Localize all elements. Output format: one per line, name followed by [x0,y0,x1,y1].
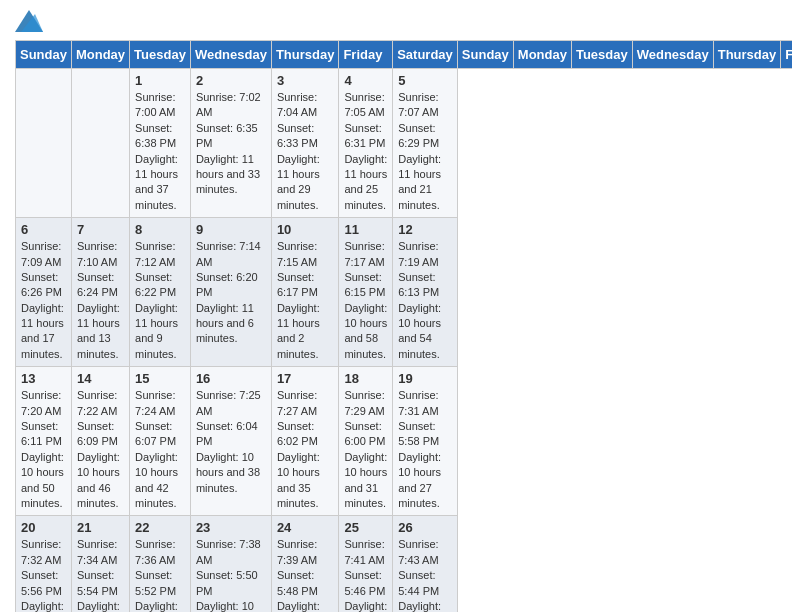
day-content: Sunrise: 7:14 AM Sunset: 6:20 PM Dayligh… [196,239,266,347]
day-content: Sunrise: 7:07 AM Sunset: 6:29 PM Dayligh… [398,90,452,213]
header-day-wednesday: Wednesday [190,41,271,69]
header-day-saturday: Saturday [393,41,458,69]
day-number: 15 [135,371,185,386]
day-content: Sunrise: 7:32 AM Sunset: 5:56 PM Dayligh… [21,537,66,612]
day-number: 14 [77,371,124,386]
day-number: 17 [277,371,334,386]
calendar-week-row: 1Sunrise: 7:00 AM Sunset: 6:38 PM Daylig… [16,69,793,218]
page-header [15,10,777,32]
calendar-cell: 9Sunrise: 7:14 AM Sunset: 6:20 PM Daylig… [190,218,271,367]
day-content: Sunrise: 7:04 AM Sunset: 6:33 PM Dayligh… [277,90,334,213]
header-day-monday: Monday [71,41,129,69]
header-thursday: Thursday [713,41,781,69]
calendar-cell: 26Sunrise: 7:43 AM Sunset: 5:44 PM Dayli… [393,516,458,612]
header-sunday: Sunday [457,41,513,69]
day-content: Sunrise: 7:20 AM Sunset: 6:11 PM Dayligh… [21,388,66,511]
day-content: Sunrise: 7:02 AM Sunset: 6:35 PM Dayligh… [196,90,266,198]
day-content: Sunrise: 7:29 AM Sunset: 6:00 PM Dayligh… [344,388,387,511]
day-number: 23 [196,520,266,535]
calendar-cell: 15Sunrise: 7:24 AM Sunset: 6:07 PM Dayli… [130,367,191,516]
day-content: Sunrise: 7:05 AM Sunset: 6:31 PM Dayligh… [344,90,387,213]
header-friday: Friday [781,41,792,69]
day-number: 12 [398,222,452,237]
day-content: Sunrise: 7:09 AM Sunset: 6:26 PM Dayligh… [21,239,66,362]
day-number: 16 [196,371,266,386]
header-monday: Monday [513,41,571,69]
calendar-cell: 1Sunrise: 7:00 AM Sunset: 6:38 PM Daylig… [130,69,191,218]
calendar-cell: 22Sunrise: 7:36 AM Sunset: 5:52 PM Dayli… [130,516,191,612]
day-number: 1 [135,73,185,88]
day-content: Sunrise: 7:39 AM Sunset: 5:48 PM Dayligh… [277,537,334,612]
calendar-cell [71,69,129,218]
calendar-cell: 16Sunrise: 7:25 AM Sunset: 6:04 PM Dayli… [190,367,271,516]
calendar-header-row: SundayMondayTuesdayWednesdayThursdayFrid… [16,41,793,69]
day-number: 22 [135,520,185,535]
day-number: 24 [277,520,334,535]
calendar-cell: 13Sunrise: 7:20 AM Sunset: 6:11 PM Dayli… [16,367,72,516]
day-content: Sunrise: 7:43 AM Sunset: 5:44 PM Dayligh… [398,537,452,612]
day-content: Sunrise: 7:24 AM Sunset: 6:07 PM Dayligh… [135,388,185,511]
header-tuesday: Tuesday [571,41,632,69]
day-content: Sunrise: 7:10 AM Sunset: 6:24 PM Dayligh… [77,239,124,362]
day-number: 10 [277,222,334,237]
calendar-cell: 19Sunrise: 7:31 AM Sunset: 5:58 PM Dayli… [393,367,458,516]
calendar-cell: 8Sunrise: 7:12 AM Sunset: 6:22 PM Daylig… [130,218,191,367]
calendar-cell: 20Sunrise: 7:32 AM Sunset: 5:56 PM Dayli… [16,516,72,612]
calendar-table: SundayMondayTuesdayWednesdayThursdayFrid… [15,40,792,612]
calendar-week-row: 6Sunrise: 7:09 AM Sunset: 6:26 PM Daylig… [16,218,793,367]
day-content: Sunrise: 7:00 AM Sunset: 6:38 PM Dayligh… [135,90,185,213]
header-day-tuesday: Tuesday [130,41,191,69]
calendar-cell: 25Sunrise: 7:41 AM Sunset: 5:46 PM Dayli… [339,516,393,612]
day-content: Sunrise: 7:41 AM Sunset: 5:46 PM Dayligh… [344,537,387,612]
calendar-cell: 10Sunrise: 7:15 AM Sunset: 6:17 PM Dayli… [271,218,339,367]
calendar-cell: 2Sunrise: 7:02 AM Sunset: 6:35 PM Daylig… [190,69,271,218]
day-content: Sunrise: 7:36 AM Sunset: 5:52 PM Dayligh… [135,537,185,612]
day-number: 19 [398,371,452,386]
header-day-sunday: Sunday [16,41,72,69]
calendar-cell: 18Sunrise: 7:29 AM Sunset: 6:00 PM Dayli… [339,367,393,516]
calendar-cell: 4Sunrise: 7:05 AM Sunset: 6:31 PM Daylig… [339,69,393,218]
calendar-cell: 14Sunrise: 7:22 AM Sunset: 6:09 PM Dayli… [71,367,129,516]
day-number: 7 [77,222,124,237]
calendar-cell: 17Sunrise: 7:27 AM Sunset: 6:02 PM Dayli… [271,367,339,516]
day-content: Sunrise: 7:15 AM Sunset: 6:17 PM Dayligh… [277,239,334,362]
calendar-week-row: 13Sunrise: 7:20 AM Sunset: 6:11 PM Dayli… [16,367,793,516]
day-number: 6 [21,222,66,237]
logo-icon [15,10,43,32]
day-content: Sunrise: 7:19 AM Sunset: 6:13 PM Dayligh… [398,239,452,362]
day-number: 3 [277,73,334,88]
logo [15,10,47,32]
day-number: 20 [21,520,66,535]
day-content: Sunrise: 7:31 AM Sunset: 5:58 PM Dayligh… [398,388,452,511]
day-number: 8 [135,222,185,237]
day-content: Sunrise: 7:22 AM Sunset: 6:09 PM Dayligh… [77,388,124,511]
day-content: Sunrise: 7:34 AM Sunset: 5:54 PM Dayligh… [77,537,124,612]
calendar-cell [16,69,72,218]
day-number: 11 [344,222,387,237]
calendar-cell: 12Sunrise: 7:19 AM Sunset: 6:13 PM Dayli… [393,218,458,367]
calendar-cell: 3Sunrise: 7:04 AM Sunset: 6:33 PM Daylig… [271,69,339,218]
day-number: 9 [196,222,266,237]
day-number: 26 [398,520,452,535]
header-wednesday: Wednesday [632,41,713,69]
header-day-friday: Friday [339,41,393,69]
day-content: Sunrise: 7:27 AM Sunset: 6:02 PM Dayligh… [277,388,334,511]
calendar-cell: 6Sunrise: 7:09 AM Sunset: 6:26 PM Daylig… [16,218,72,367]
calendar-cell: 11Sunrise: 7:17 AM Sunset: 6:15 PM Dayli… [339,218,393,367]
calendar-cell: 23Sunrise: 7:38 AM Sunset: 5:50 PM Dayli… [190,516,271,612]
calendar-cell: 5Sunrise: 7:07 AM Sunset: 6:29 PM Daylig… [393,69,458,218]
day-number: 2 [196,73,266,88]
calendar-cell: 24Sunrise: 7:39 AM Sunset: 5:48 PM Dayli… [271,516,339,612]
calendar-cell: 21Sunrise: 7:34 AM Sunset: 5:54 PM Dayli… [71,516,129,612]
day-number: 4 [344,73,387,88]
day-number: 21 [77,520,124,535]
day-content: Sunrise: 7:38 AM Sunset: 5:50 PM Dayligh… [196,537,266,612]
day-number: 5 [398,73,452,88]
day-content: Sunrise: 7:17 AM Sunset: 6:15 PM Dayligh… [344,239,387,362]
header-day-thursday: Thursday [271,41,339,69]
day-content: Sunrise: 7:25 AM Sunset: 6:04 PM Dayligh… [196,388,266,496]
calendar-cell: 7Sunrise: 7:10 AM Sunset: 6:24 PM Daylig… [71,218,129,367]
day-number: 13 [21,371,66,386]
calendar-week-row: 20Sunrise: 7:32 AM Sunset: 5:56 PM Dayli… [16,516,793,612]
day-number: 25 [344,520,387,535]
